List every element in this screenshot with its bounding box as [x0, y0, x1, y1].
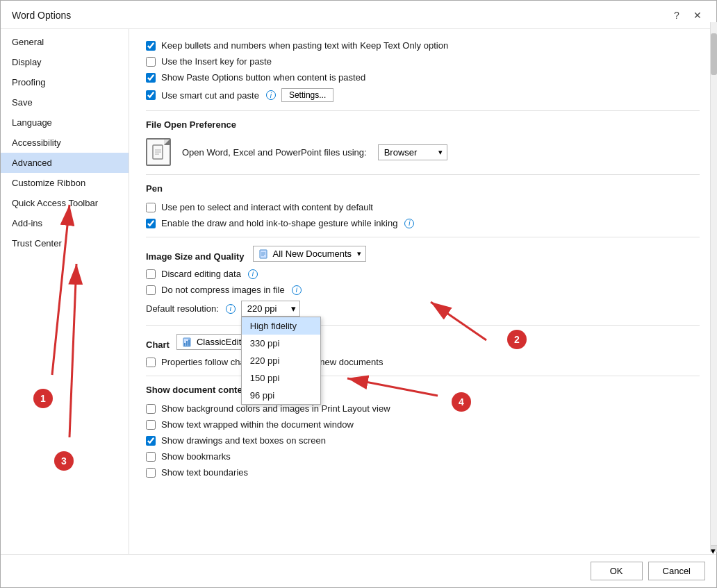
discard-editing-label: Discard editing data [161, 269, 241, 279]
dialog-body: General Display Proofing Save Language A… [1, 29, 716, 554]
use-smart-cut-checkbox[interactable] [146, 90, 156, 100]
sidebar-item-display[interactable]: Display [1, 52, 129, 72]
resolution-row: Default resolution: i 220 ppi High fidel… [146, 301, 700, 317]
no-compress-checkbox[interactable] [146, 285, 156, 295]
badge-2: 2 [507, 330, 527, 349]
ppi-value: 220 ppi [247, 303, 277, 314]
show-paste-options-row: Show Paste Options button when content i… [146, 72, 700, 83]
scope-dropdown[interactable]: All New Documents [253, 246, 366, 262]
file-icon [146, 138, 171, 166]
image-quality-header-row: Image Size and Quality All New Documents [146, 246, 700, 262]
file-open-section: File Open Preference Open Word, Excel an… [146, 119, 700, 166]
sidebar: General Display Proofing Save Language A… [1, 29, 129, 554]
enable-draw-hold-row: Enable the draw and hold ink-to-shape ge… [146, 218, 700, 228]
ppi-option-330[interactable]: 330 ppi [242, 335, 320, 352]
cut-copy-paste-section: Keep bullets and numbers when pasting te… [146, 40, 700, 102]
sidebar-item-add-ins[interactable]: Add-ins [1, 213, 129, 233]
use-pen-select-label: Use pen to select and interact with cont… [161, 202, 373, 212]
show-paste-options-checkbox[interactable] [146, 73, 156, 83]
discard-editing-info-icon[interactable]: i [248, 269, 258, 279]
image-quality-section: Image Size and Quality All New Documents… [146, 246, 700, 317]
scope-dropdown-container: All New Documents [253, 246, 366, 262]
show-text-wrapped-row: Show text wrapped within the document wi… [146, 419, 700, 430]
sidebar-item-general[interactable]: General [1, 32, 129, 52]
word-options-dialog: Word Options ? ✕ General Display Proofin… [0, 0, 717, 588]
ppi-option-96[interactable]: 96 ppi [242, 387, 320, 404]
sidebar-item-accessibility[interactable]: Accessibility [1, 133, 129, 153]
file-open-dropdown-value: Browser [384, 147, 418, 158]
draw-hold-info-icon[interactable]: i [404, 219, 414, 228]
chart-title: Chart [146, 339, 170, 350]
sidebar-item-proofing[interactable]: Proofing [1, 72, 129, 92]
help-button[interactable]: ? [669, 8, 684, 23]
scrollbar-thumb[interactable] [711, 33, 716, 75]
sidebar-item-advanced[interactable]: Advanced [1, 153, 129, 173]
resolution-info-icon[interactable]: i [226, 304, 236, 314]
show-text-boundaries-label: Show text boundaries [161, 467, 248, 478]
badge-3: 3 [54, 451, 74, 471]
sidebar-item-language[interactable]: Language [1, 112, 129, 133]
chart-small-icon [183, 337, 194, 347]
show-text-wrapped-label: Show text wrapped within the document wi… [161, 419, 354, 430]
file-open-label: Open Word, Excel and PowerPoint files us… [182, 147, 367, 158]
show-text-boundaries-checkbox[interactable] [146, 468, 156, 478]
file-open-dropdown[interactable]: Browser [378, 144, 447, 160]
show-text-boundaries-row: Show text boundaries [146, 467, 700, 478]
dialog-title: Word Options [12, 10, 71, 21]
scrollable-content[interactable]: Keep bullets and numbers when pasting te… [129, 29, 716, 554]
settings-button[interactable]: Settings... [281, 88, 333, 102]
file-open-dropdown-container: Browser [378, 144, 447, 160]
ppi-menu: High fidelity 330 ppi 220 ppi 150 ppi 96… [241, 317, 321, 405]
discard-editing-row: Discard editing data i [146, 269, 700, 279]
use-insert-key-checkbox[interactable] [146, 57, 156, 67]
properties-follow-checkbox[interactable] [146, 358, 156, 367]
chart-header-row: Chart ClassicEdit [146, 334, 700, 350]
badge-1: 1 [33, 389, 53, 408]
show-bookmarks-label: Show bookmarks [161, 451, 231, 462]
sidebar-item-customize-ribbon[interactable]: Customize Ribbon [1, 173, 129, 193]
ok-button[interactable]: OK [591, 562, 643, 580]
use-smart-cut-label: Use smart cut and paste [161, 90, 259, 101]
show-paste-options-label: Show Paste Options button when content i… [161, 72, 365, 83]
enable-draw-hold-checkbox[interactable] [146, 219, 156, 228]
keep-bullets-label: Keep bullets and numbers when pasting te… [161, 40, 448, 51]
close-button[interactable]: ✕ [690, 8, 705, 23]
title-bar-controls: ? ✕ [669, 8, 705, 23]
use-insert-key-row: Use the Insert key for paste [146, 56, 700, 67]
resolution-label: Default resolution: [146, 303, 219, 314]
show-drawings-checkbox[interactable] [146, 436, 156, 446]
sidebar-item-quick-access-toolbar[interactable]: Quick Access Toolbar [1, 193, 129, 213]
dialog-footer: OK Cancel [1, 554, 716, 587]
chart-scope-value: ClassicEdit [197, 337, 241, 347]
file-open-row: Open Word, Excel and PowerPoint files us… [146, 138, 700, 166]
discard-editing-checkbox[interactable] [146, 269, 156, 279]
scrollbar[interactable]: ▾ [710, 29, 716, 552]
use-pen-select-checkbox[interactable] [146, 203, 156, 212]
show-text-wrapped-checkbox[interactable] [146, 420, 156, 430]
ppi-dropdown-btn[interactable]: 220 ppi [241, 301, 300, 317]
no-compress-info-icon[interactable]: i [292, 285, 302, 295]
ppi-option-220[interactable]: 220 ppi [242, 352, 320, 369]
show-drawings-label: Show drawings and text boxes on screen [161, 435, 326, 446]
use-insert-key-label: Use the Insert key for paste [161, 56, 272, 67]
keep-bullets-checkbox[interactable] [146, 41, 156, 51]
ppi-dropdown-container: 220 ppi High fidelity 330 ppi 220 ppi 15… [241, 301, 300, 317]
ppi-option-150[interactable]: 150 ppi [242, 369, 320, 387]
use-smart-cut-row: Use smart cut and paste i Settings... [146, 88, 700, 102]
chart-section: Chart ClassicEdit Properties follow char… [146, 334, 700, 367]
scope-value: All New Documents [273, 249, 352, 259]
pen-title: Pen [146, 183, 700, 194]
sidebar-item-trust-center[interactable]: Trust Center [1, 233, 129, 253]
show-bookmarks-checkbox[interactable] [146, 452, 156, 462]
badge-4: 4 [452, 392, 471, 412]
content-area: Keep bullets and numbers when pasting te… [129, 29, 716, 554]
show-bg-colors-checkbox[interactable] [146, 404, 156, 414]
cancel-button[interactable]: Cancel [648, 562, 705, 580]
svg-rect-15 [186, 341, 188, 346]
smart-cut-info-icon[interactable]: i [266, 90, 276, 100]
no-compress-row: Do not compress images in file i [146, 285, 700, 295]
sidebar-item-save[interactable]: Save [1, 92, 129, 112]
scrollbar-down-arrow[interactable]: ▾ [711, 545, 716, 552]
ppi-option-high-fidelity[interactable]: High fidelity [242, 317, 320, 335]
show-bg-colors-label: Show background colors and images in Pri… [161, 403, 390, 414]
